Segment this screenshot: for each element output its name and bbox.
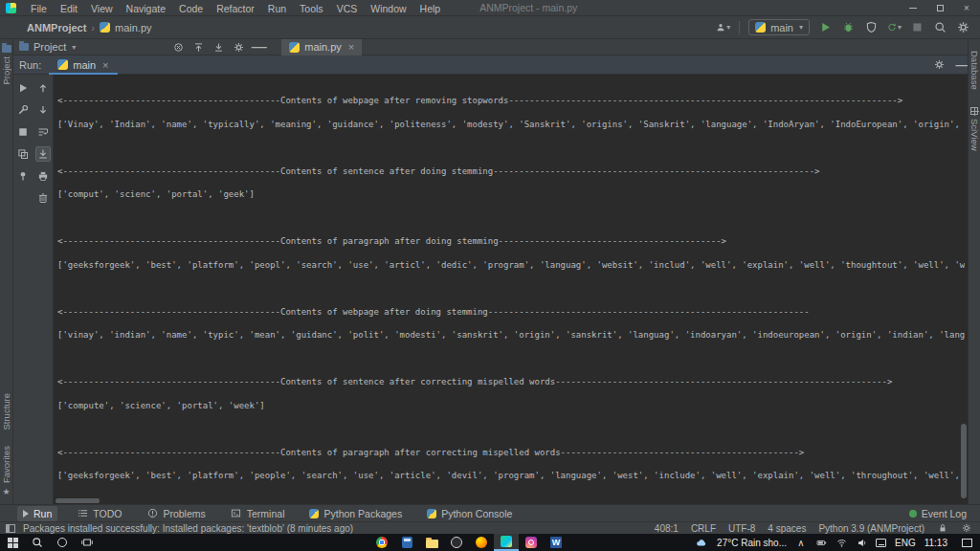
window-title: ANMProject - main.py — [479, 2, 577, 13]
project-panel-header[interactable]: Project ▾ — [19, 41, 76, 53]
print-icon[interactable] — [35, 168, 51, 184]
tool-stripe-project[interactable]: Project — [1, 45, 11, 85]
menu-item[interactable]: Navigate — [120, 1, 172, 17]
tool-stripe-database[interactable]: Database — [969, 51, 980, 90]
panel-settings-gear-icon[interactable] — [232, 40, 246, 55]
vertical-scrollbar-thumb[interactable] — [961, 424, 967, 498]
rerun-button[interactable]: ▾ — [887, 20, 902, 34]
close-button[interactable]: × — [953, 0, 980, 16]
breadcrumb-file[interactable]: main.py — [115, 22, 152, 33]
expand-all-icon[interactable] — [191, 40, 206, 55]
debug-button[interactable] — [841, 20, 856, 34]
battery-icon[interactable] — [815, 537, 827, 548]
taskbar-search-button[interactable] — [25, 534, 50, 551]
taskbar-app-word[interactable]: W — [544, 534, 568, 551]
cortana-button[interactable] — [50, 534, 75, 551]
tool-button-run[interactable]: Run — [17, 506, 57, 521]
up-stacktrace-icon[interactable] — [35, 80, 51, 96]
menu-item[interactable]: Code — [172, 1, 210, 17]
event-log-notification-icon — [909, 510, 917, 518]
run-tab-main[interactable]: main × — [49, 55, 117, 75]
event-log-button[interactable]: Event Log — [909, 508, 980, 519]
hide-panel-icon[interactable]: — — [252, 40, 266, 55]
taskbar-app-pycharm[interactable] — [494, 534, 519, 551]
down-stacktrace-icon[interactable] — [35, 102, 51, 118]
run-panel-settings-gear-icon[interactable] — [932, 57, 947, 72]
restore-layout-icon[interactable] — [15, 146, 31, 162]
console-line: <---------------------------------------… — [57, 230, 965, 253]
line-separator[interactable]: CRLF — [691, 523, 716, 534]
menu-item[interactable]: View — [84, 1, 120, 17]
search-everywhere-icon[interactable] — [933, 20, 947, 34]
menu-item[interactable]: Tools — [293, 1, 330, 17]
console-line — [57, 207, 965, 231]
console-output[interactable]: <---------------------------------------… — [57, 89, 965, 495]
breadcrumb-project[interactable]: ANMProject — [27, 22, 86, 33]
pin-tab-icon[interactable] — [15, 168, 31, 184]
maximize-button[interactable] — [926, 0, 953, 16]
close-tab-icon[interactable]: × — [348, 41, 354, 53]
close-run-tab-icon[interactable]: × — [102, 59, 108, 71]
tool-stripe-favorites[interactable]: Favorites ★ — [1, 446, 11, 496]
menu-item[interactable]: Run — [261, 1, 293, 17]
tray-expand-chevron-icon[interactable]: ∧ — [795, 537, 807, 548]
tool-stripe-sciview[interactable]: SciView — [969, 107, 980, 151]
rerun-program-button[interactable] — [15, 80, 31, 96]
caret-position[interactable]: 408:1 — [655, 523, 679, 534]
soft-wrap-icon[interactable] — [35, 124, 51, 140]
language-indicator[interactable]: ENG — [895, 538, 916, 548]
horizontal-scrollbar-thumb[interactable] — [56, 498, 100, 503]
settings-gear-icon[interactable] — [956, 20, 970, 34]
tool-button-problems[interactable]: Problems — [141, 506, 211, 521]
touch-keyboard-icon[interactable] — [876, 539, 886, 547]
run-tool-icon — [23, 510, 29, 518]
taskbar-app-calculator[interactable] — [394, 534, 419, 551]
stop-button[interactable] — [910, 20, 924, 34]
tool-button-terminal[interactable]: Terminal — [225, 506, 291, 521]
menu-item[interactable]: VCS — [330, 1, 365, 17]
menu-item[interactable]: Help — [413, 1, 448, 17]
taskbar-app-firefox[interactable] — [469, 534, 494, 551]
minimize-button[interactable] — [900, 0, 926, 16]
file-encoding[interactable]: UTF-8 — [728, 523, 755, 534]
lock-icon[interactable] — [937, 522, 948, 534]
scroll-to-end-icon[interactable] — [35, 146, 51, 162]
task-view-button[interactable] — [75, 534, 100, 551]
tool-button-python-console[interactable]: Python Console — [421, 506, 518, 521]
taskbar-app-chrome[interactable] — [369, 534, 394, 551]
code-with-me-users-icon[interactable]: ▾ — [716, 20, 730, 34]
locate-file-icon[interactable] — [171, 40, 186, 55]
tool-button-todo[interactable]: TODO — [71, 506, 127, 521]
notification-center-icon[interactable] — [962, 539, 972, 547]
run-with-coverage-icon[interactable] — [864, 20, 879, 34]
status-gear-icon[interactable] — [961, 522, 972, 534]
start-button[interactable] — [0, 534, 25, 551]
run-button[interactable] — [818, 20, 833, 34]
tool-stripe-structure[interactable]: Structure — [1, 393, 11, 430]
todo-list-icon — [77, 508, 88, 519]
clock[interactable]: 11:13 — [924, 538, 947, 548]
chevron-down-icon: ▾ — [726, 23, 730, 32]
menu-item[interactable]: Edit — [54, 1, 84, 17]
indent-setting[interactable]: 4 spaces — [768, 523, 806, 534]
collapse-all-icon[interactable] — [212, 40, 226, 55]
editor-tab-mainpy[interactable]: main.py × — [281, 39, 362, 55]
wifi-icon[interactable] — [835, 537, 847, 548]
stop-process-button[interactable] — [15, 124, 31, 140]
taskbar-app-camera[interactable] — [444, 534, 469, 551]
tool-window-toggle-icon[interactable] — [6, 524, 15, 533]
tool-button-label: TODO — [93, 508, 122, 519]
status-message[interactable]: Packages installed successfully: Install… — [23, 523, 353, 534]
menu-item[interactable]: File — [24, 1, 54, 17]
weather-text[interactable]: 27°C Rain sho... — [717, 538, 787, 548]
tool-button-python-packages[interactable]: Python Packages — [303, 506, 408, 521]
interpreter[interactable]: Python 3.9 (ANMProject) — [818, 523, 924, 534]
run-settings-wrench-icon[interactable] — [15, 102, 31, 118]
clear-all-icon[interactable] — [35, 190, 51, 206]
menu-item[interactable]: Refactor — [210, 1, 261, 17]
volume-icon[interactable] — [856, 537, 867, 548]
menu-item[interactable]: Window — [364, 1, 412, 17]
taskbar-app-file-explorer[interactable] — [419, 534, 444, 551]
taskbar-app-instagram[interactable] — [519, 534, 544, 551]
run-configuration-select[interactable]: main ▾ — [748, 19, 810, 35]
